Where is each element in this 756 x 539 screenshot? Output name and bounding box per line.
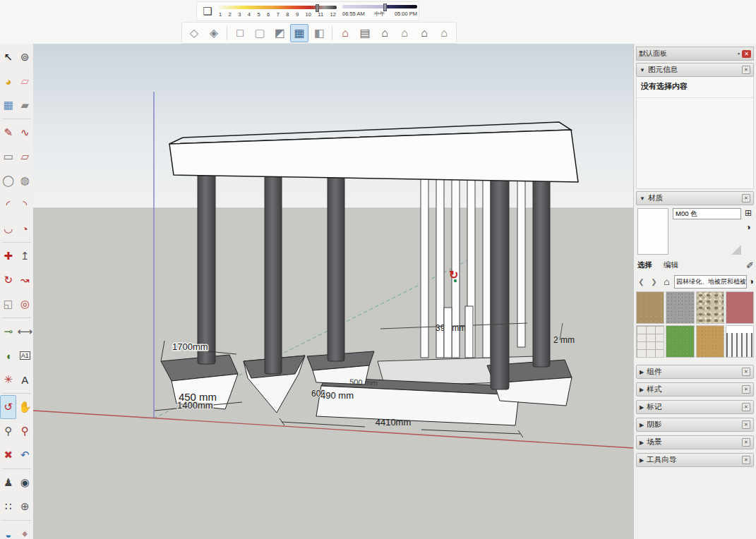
section-header-组件[interactable]: ▶组件✕ (636, 365, 754, 379)
section-close-button[interactable]: ✕ (742, 456, 750, 464)
material-thumb-rose[interactable] (726, 291, 754, 324)
follow-me-tool[interactable]: ↝ (16, 268, 33, 292)
eyedropper-icon[interactable]: ✐ (746, 260, 754, 271)
tab-选择[interactable]: 选择 (636, 260, 654, 271)
shadow-time-slider[interactable]: 06:55 AM 中午 05:00 PM (342, 5, 417, 18)
back-icon[interactable]: ❮ (636, 277, 647, 287)
view-left-icon[interactable]: ⌂ (435, 24, 453, 42)
tab-编辑[interactable]: 编辑 (662, 260, 680, 271)
position-camera-tool[interactable]: ♟ (0, 471, 16, 495)
rotated-rectangle-tool[interactable]: ▱ (16, 145, 33, 169)
entity-info-close-button[interactable]: ✕ (742, 66, 750, 74)
freehand-tool[interactable]: ∿ (16, 121, 33, 145)
style-wireframe-icon[interactable]: □ (231, 24, 249, 42)
3d-text-tool[interactable]: A (16, 368, 33, 392)
eraser-tool[interactable]: ▱ (16, 69, 33, 93)
style-monochrome-icon[interactable]: ◧ (310, 24, 328, 42)
push-pull-tool[interactable]: ↥ (16, 244, 33, 268)
home-icon[interactable]: ⌂ (661, 277, 672, 287)
section-close-button[interactable]: ✕ (742, 385, 750, 394)
tray-close-button[interactable]: ✕ (742, 50, 751, 58)
section-close-button[interactable]: ✕ (742, 368, 750, 376)
section-header-标记[interactable]: ▶标记✕ (636, 400, 754, 414)
text-tool[interactable]: A1 (16, 344, 33, 368)
view-front-icon[interactable]: ⌂ (376, 24, 394, 42)
two-point-arc-tool[interactable]: ◝ (16, 193, 33, 217)
section-header-样式[interactable]: ▶样式✕ (636, 382, 754, 396)
orbit-tool[interactable]: ↺ (0, 395, 16, 419)
style-back-edges-icon[interactable]: ◈ (205, 24, 223, 42)
create-material-icon[interactable]: ⊞ (745, 208, 752, 218)
section-close-button[interactable]: ✕ (742, 438, 750, 447)
flat-eraser-tool[interactable]: ▰ (16, 93, 33, 117)
zoom-tool[interactable]: ⚲ (0, 419, 16, 443)
material-thumb-pavers[interactable] (636, 325, 664, 358)
style-xray-icon[interactable]: ◇ (185, 24, 203, 42)
material-thumb-ochre[interactable] (696, 325, 724, 358)
material-thumb-gravel-gray[interactable] (666, 291, 694, 324)
circle-tool[interactable]: ◯ (0, 169, 16, 193)
arc-tool[interactable]: ◜ (0, 193, 16, 217)
time-slider-handle[interactable] (383, 4, 387, 11)
3d-viewport[interactable]: 1700mm 450 mm 1400mm 600 490 mm 500 mm 4… (33, 44, 633, 539)
textured-box-tool[interactable]: ▦ (0, 93, 16, 117)
select-tool[interactable]: ↖ (0, 45, 16, 69)
shadow-date-slider[interactable]: 123456789101112 (218, 6, 337, 18)
viewport-canvas[interactable]: 1700mm 450 mm 1400mm 600 490 mm 500 mm 4… (33, 44, 633, 539)
rectangle-tool[interactable]: ▭ (0, 145, 16, 169)
rotate-tool[interactable]: ↻ (0, 268, 16, 292)
material-thumb-grass[interactable] (666, 325, 694, 358)
zoom-extents-tool[interactable]: ✖ (0, 443, 16, 467)
target-tool[interactable]: ⌖ (16, 522, 33, 539)
curve-tool[interactable]: ◡ (0, 217, 16, 241)
view-back-icon[interactable]: ⌂ (415, 24, 433, 42)
previous-view-tool[interactable]: ↶ (16, 443, 33, 467)
material-thumb-fence[interactable] (726, 325, 754, 358)
forward-icon[interactable]: ❯ (649, 277, 659, 287)
materials-close-button[interactable]: ✕ (742, 194, 750, 202)
material-name-input[interactable] (673, 208, 741, 219)
baluster-occluder[interactable] (465, 306, 473, 358)
section-header-阴影[interactable]: ▶阴影✕ (636, 418, 754, 432)
style-shaded-textures-icon[interactable]: ▦ (290, 24, 308, 42)
material-collection-dropdown[interactable]: 园林绿化、地被层和植被 ∨ (674, 275, 747, 289)
offset-tool[interactable]: ◎ (16, 292, 33, 316)
pan-tool[interactable]: ✋ (16, 395, 33, 419)
tape-measure-tool[interactable]: ⊸ (0, 320, 16, 344)
tray-title-bar[interactable]: 默认面板 ▪ ✕ (636, 47, 754, 61)
move-tool[interactable]: ✚ (0, 244, 16, 268)
pin-icon[interactable]: ▪ (738, 50, 740, 57)
view-top-icon[interactable]: ▤ (356, 24, 374, 42)
details-icon[interactable]: ◑ (749, 277, 754, 286)
view-right-icon[interactable]: ⌂ (395, 24, 414, 42)
compass-tool[interactable]: ⊕ (16, 495, 33, 519)
shadow-settings-icon[interactable]: ❏ (200, 4, 215, 19)
entity-info-header[interactable]: ▼ 图元信息 ✕ (636, 63, 754, 77)
section-plane-tool[interactable]: ◒ (0, 522, 16, 539)
style-shaded-icon[interactable]: ◩ (270, 24, 289, 42)
date-slider-track[interactable] (218, 6, 337, 9)
dimension-tool[interactable]: ⟷ (16, 320, 33, 344)
baluster-occluder[interactable] (444, 308, 452, 358)
view-iso-icon[interactable]: ⌂ (336, 24, 354, 42)
polygon-tool[interactable]: ◍ (16, 169, 33, 193)
line-tool[interactable]: ✎ (0, 121, 16, 145)
axes-tool[interactable]: ✳ (0, 368, 16, 392)
material-thumb-river-pebbles[interactable] (696, 291, 724, 324)
materials-header[interactable]: ▼ 材质 ✕ (636, 191, 754, 205)
date-slider-handle[interactable] (316, 4, 319, 12)
pie-tool[interactable]: ◔ (16, 217, 33, 241)
time-slider-track[interactable] (342, 5, 417, 8)
make-component-tool[interactable]: ⊚ (16, 45, 33, 69)
sample-paint-icon[interactable]: ◑ (745, 222, 750, 232)
paint-bucket-tool[interactable]: ◕ (0, 69, 16, 93)
zoom-window-tool[interactable]: ⚲ (16, 419, 33, 443)
look-around-tool[interactable]: ◉ (16, 471, 33, 495)
section-header-工具向导[interactable]: ▶工具向导✕ (636, 453, 754, 467)
walk-tool[interactable]: ∷ (0, 495, 16, 519)
protractor-tool[interactable]: ◖ (0, 344, 16, 368)
material-thumb-gravel-brown[interactable] (636, 291, 664, 324)
section-header-场景[interactable]: ▶场景✕ (636, 435, 754, 449)
scale-tool[interactable]: ◱ (0, 292, 16, 316)
active-material-swatch[interactable] (637, 208, 668, 255)
